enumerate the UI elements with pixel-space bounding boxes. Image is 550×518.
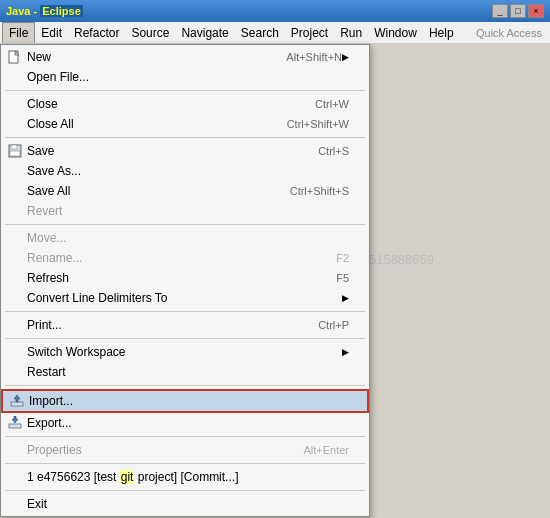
menu-search[interactable]: Search [235,22,285,43]
menu-item-move: Move... [1,228,369,248]
menu-item-print[interactable]: Print... Ctrl+P [1,315,369,335]
file-dropdown-menu: New Alt+Shift+N ▶ Open File... Close Ctr… [0,44,370,517]
save-as-label: Save As... [27,164,349,178]
menu-help[interactable]: Help [423,22,460,43]
refresh-shortcut: F5 [306,272,349,284]
sep-7 [5,436,365,437]
menu-item-export[interactable]: Export... [1,413,369,433]
svg-rect-3 [11,145,17,149]
restart-label: Restart [27,365,349,379]
rename-label: Rename... [27,251,306,265]
sep-4 [5,311,365,312]
svg-rect-7 [9,424,21,428]
menu-bar: File Edit Refactor Source Navigate Searc… [0,22,550,44]
menu-item-close[interactable]: Close Ctrl+W [1,94,369,114]
menu-item-import[interactable]: Import... [1,389,369,413]
svg-rect-5 [11,402,23,406]
new-arrow: ▶ [342,52,349,62]
menu-refactor[interactable]: Refactor [68,22,125,43]
menu-item-open-file[interactable]: Open File... [1,67,369,87]
menu-item-save-all[interactable]: Save All Ctrl+Shift+S [1,181,369,201]
close-label: Close [27,97,285,111]
new-label: New [27,50,256,64]
switch-workspace-arrow: ▶ [342,347,349,357]
rename-shortcut: F2 [306,252,349,264]
menu-item-new[interactable]: New Alt+Shift+N ▶ [1,47,369,67]
save-all-label: Save All [27,184,260,198]
menu-source[interactable]: Source [125,22,175,43]
close-all-label: Close All [27,117,257,131]
menu-item-convert-line[interactable]: Convert Line Delimiters To ▶ [1,288,369,308]
sep-5 [5,338,365,339]
window-controls[interactable]: _ □ × [492,4,544,18]
menu-item-rename: Rename... F2 [1,248,369,268]
menu-navigate[interactable]: Navigate [175,22,234,43]
title-bar: Java - Eclipse _ □ × [0,0,550,22]
sep-8 [5,463,365,464]
print-shortcut: Ctrl+P [288,319,349,331]
menu-run[interactable]: Run [334,22,368,43]
convert-line-arrow: ▶ [342,293,349,303]
menu-item-recent-1[interactable]: 1 e4756623 [test git project] [Commit...… [1,467,369,487]
properties-shortcut: Alt+Enter [273,444,349,456]
move-label: Move... [27,231,349,245]
recent-1-label: 1 e4756623 [test git project] [Commit...… [27,470,349,484]
import-label: Import... [29,394,347,408]
sep-6 [5,385,365,386]
menu-item-properties: Properties Alt+Enter [1,440,369,460]
sep-3 [5,224,365,225]
convert-line-label: Convert Line Delimiters To [27,291,342,305]
revert-label: Revert [27,204,349,218]
save-shortcut: Ctrl+S [288,145,349,157]
minimize-button[interactable]: _ [492,4,508,18]
sep-1 [5,90,365,91]
sep-9 [5,490,365,491]
menu-item-revert: Revert [1,201,369,221]
save-icon [7,143,23,159]
exit-label: Exit [27,497,349,511]
menu-edit[interactable]: Edit [35,22,68,43]
open-file-label: Open File... [27,70,349,84]
title-highlight: Eclipse [40,5,83,17]
switch-workspace-label: Switch Workspace [27,345,342,359]
menu-project[interactable]: Project [285,22,334,43]
menu-item-close-all[interactable]: Close All Ctrl+Shift+W [1,114,369,134]
menu-item-exit[interactable]: Exit [1,494,369,514]
sep-2 [5,137,365,138]
svg-marker-8 [12,416,18,423]
close-button[interactable]: × [528,4,544,18]
menu-item-restart[interactable]: Restart [1,362,369,382]
menu-item-refresh[interactable]: Refresh F5 [1,268,369,288]
save-all-shortcut: Ctrl+Shift+S [260,185,349,197]
window-title: Java - Eclipse [6,5,83,17]
save-label: Save [27,144,288,158]
new-icon [7,49,23,65]
quick-access-label: Quick Access [476,27,548,39]
properties-label: Properties [27,443,273,457]
menu-file[interactable]: File [2,22,35,43]
menu-item-save-as[interactable]: Save As... [1,161,369,181]
close-all-shortcut: Ctrl+Shift+W [257,118,349,130]
refresh-label: Refresh [27,271,306,285]
svg-marker-6 [14,395,20,402]
export-icon [7,415,23,431]
svg-rect-4 [10,151,20,156]
close-shortcut: Ctrl+W [285,98,349,110]
menu-item-save[interactable]: Save Ctrl+S [1,141,369,161]
new-shortcut: Alt+Shift+N [256,51,342,63]
print-label: Print... [27,318,288,332]
menu-window[interactable]: Window [368,22,423,43]
menu-item-switch-workspace[interactable]: Switch Workspace ▶ [1,342,369,362]
import-icon [9,393,25,409]
maximize-button[interactable]: □ [510,4,526,18]
title-prefix: Java - [6,5,40,17]
export-label: Export... [27,416,349,430]
